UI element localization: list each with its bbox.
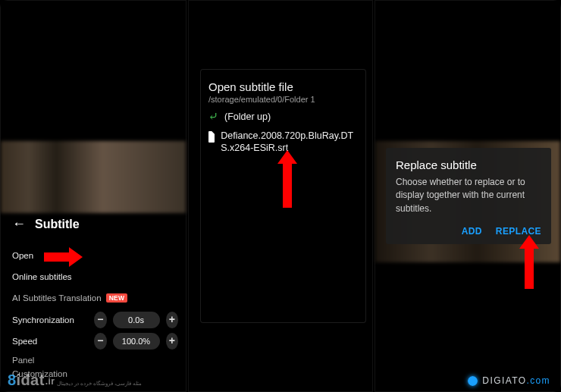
subtitle-header-title: Subtitle (35, 218, 80, 231)
option-open[interactable]: Open (12, 245, 178, 266)
watermark-8idat-tagline: مثله فارسی، فروشگاه خرده در دیجیتال (57, 381, 142, 386)
panel-replace-subtitle: Replace subtitle Choose whether to repla… (375, 0, 561, 392)
file-icon (208, 131, 215, 143)
folder-up-row[interactable]: ⤷ (Folder up) (208, 111, 358, 122)
subtitle-file-name: Defiance.2008.720p.BluRay.DTS.x264-ESiR.… (221, 130, 358, 155)
option-ai-translation-label: AI Subtitles Translation (12, 293, 102, 303)
watermark-8idat-accent: 8 (8, 372, 17, 387)
option-ai-translation[interactable]: AI Subtitles Translation NEW (12, 287, 178, 309)
add-button[interactable]: ADD (462, 226, 482, 237)
synchronization-row: Synchronization − 0.0s + (12, 310, 178, 330)
open-subtitle-dialog-path: /storage/emulated/0/Folder 1 (208, 95, 358, 104)
watermark-8idat-suffix: .ir (45, 377, 55, 386)
video-background (1, 141, 186, 213)
watermark-digiato: DIGIATO.com (468, 375, 550, 386)
folder-up-label: (Folder up) (224, 111, 271, 122)
replace-subtitle-dialog: Replace subtitle Choose whether to repla… (386, 148, 551, 244)
option-online-subtitles[interactable]: Online subtitles (12, 266, 178, 287)
replace-button[interactable]: REPLACE (496, 226, 541, 237)
watermark-digiato-text: DIGIATO (482, 375, 526, 386)
new-badge: NEW (106, 293, 128, 303)
replace-subtitle-dialog-title: Replace subtitle (396, 158, 541, 171)
subtitle-option-list: Open Online subtitles AI Subtitles Trans… (12, 245, 178, 378)
replace-subtitle-dialog-actions: ADD REPLACE (396, 226, 541, 237)
speed-decrement-button[interactable]: − (94, 333, 107, 350)
watermark-digiato-com: com (530, 375, 550, 386)
synchronization-decrement-button[interactable]: − (94, 312, 107, 328)
folder-up-icon: ⤷ (208, 111, 218, 122)
back-icon[interactable]: ← (12, 216, 26, 232)
watermark-8idat: 8 idat .ir مثله فارسی، فروشگاه خرده در د… (8, 372, 142, 387)
option-panel[interactable]: Panel (12, 356, 178, 365)
watermark-8idat-text: idat (17, 372, 45, 387)
replace-subtitle-dialog-body: Choose whether to replace or to display … (396, 176, 541, 215)
digiato-logo-icon (468, 376, 478, 386)
synchronization-increment-button[interactable]: + (166, 312, 179, 328)
subtitle-file-row[interactable]: Defiance.2008.720p.BluRay.DTS.x264-ESiR.… (208, 130, 358, 155)
panel-subtitle-menu: ← Subtitle Open Online subtitles AI Subt… (0, 0, 186, 392)
speed-label: Speed (12, 337, 88, 346)
option-online-subtitles-label: Online subtitles (12, 272, 72, 281)
option-panel-label: Panel (12, 356, 34, 365)
synchronization-value: 0.0s (113, 312, 160, 328)
panel-open-subtitle-file: Open subtitle file /storage/emulated/0/F… (188, 0, 373, 392)
speed-row: Speed − 100.0% + (12, 331, 178, 351)
subtitle-header: ← Subtitle (12, 216, 178, 232)
synchronization-label: Synchronization (12, 315, 88, 325)
speed-increment-button[interactable]: + (166, 333, 179, 350)
option-open-label: Open (12, 251, 33, 260)
open-subtitle-dialog-title: Open subtitle file (208, 80, 358, 93)
open-subtitle-dialog: Open subtitle file /storage/emulated/0/F… (200, 69, 366, 323)
speed-value: 100.0% (113, 333, 160, 350)
